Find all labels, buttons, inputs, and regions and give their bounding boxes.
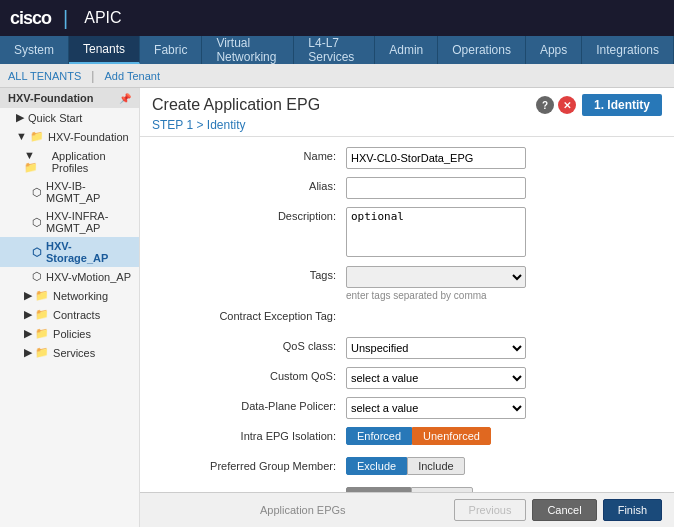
content-header: Create Application EPG ? ✕ 1. Identity [140, 88, 674, 116]
description-label: Description: [156, 207, 346, 222]
separator: | [63, 7, 68, 30]
sidebar-root[interactable]: HXV-Foundation 📌 [0, 88, 139, 108]
sidebar-item-contracts[interactable]: ▶ 📁 Contracts [0, 305, 139, 324]
description-input[interactable]: optional [346, 207, 526, 257]
alias-row: Alias: [156, 177, 658, 201]
tab-system[interactable]: System [0, 36, 69, 64]
description-row: Description: optional [156, 207, 658, 260]
content-area: Create Application EPG ? ✕ 1. Identity S… [140, 88, 674, 527]
content-footer: Application EPGs Previous Cancel Finish [140, 492, 674, 527]
tags-select[interactable] [346, 266, 526, 288]
tab-fabric[interactable]: Fabric [140, 36, 202, 64]
contract-exception-row: Contract Exception Tag: [156, 307, 658, 331]
name-row: Name: [156, 147, 658, 171]
intra-epg-enforced[interactable]: Enforced [346, 427, 412, 445]
subnav-all-tenants[interactable]: ALL TENANTS [8, 70, 81, 82]
intra-epg-row: Intra EPG Isolation: Enforced Unenforced [156, 427, 658, 451]
data-plane-policer-select[interactable]: select a value [346, 397, 526, 419]
qos-row: QoS class: Unspecified Level1 Level2 Lev… [156, 337, 658, 361]
tags-hint: enter tags separated by comma [346, 290, 658, 301]
subnav-add-tenant[interactable]: Add Tenant [104, 70, 159, 82]
previous-button[interactable]: Previous [454, 499, 527, 521]
intra-epg-toggle: Enforced Unenforced [346, 427, 658, 445]
sidebar-item-hxv-infra-mgmt[interactable]: ⬡ HXV-INFRA-MGMT_AP [0, 207, 139, 237]
name-label: Name: [156, 147, 346, 162]
sidebar-item-hxv-vmotion[interactable]: ⬡ HXV-vMotion_AP [0, 267, 139, 286]
tab-operations[interactable]: Operations [438, 36, 526, 64]
tab-tenants[interactable]: Tenants [69, 36, 140, 64]
tab-l4-l7[interactable]: L4-L7 Services [294, 36, 375, 64]
main-layout: HXV-Foundation 📌 ▶ Quick Start ▼ 📁 HXV-F… [0, 88, 674, 527]
sidebar-item-services[interactable]: ▶ 📁 Services [0, 343, 139, 362]
top-bar: cisco | APIC [0, 0, 674, 36]
finish-button[interactable]: Finish [603, 499, 662, 521]
data-plane-policer-label: Data-Plane Policer: [156, 397, 346, 412]
preferred-group-label: Preferred Group Member: [156, 457, 346, 472]
custom-qos-select[interactable]: select a value [346, 367, 526, 389]
sidebar-item-hxv-storage[interactable]: ⬡ HXV-Storage_AP [0, 237, 139, 267]
data-plane-policer-row: Data-Plane Policer: select a value [156, 397, 658, 421]
close-button[interactable]: ✕ [558, 96, 576, 114]
preferred-group-include[interactable]: Include [407, 457, 464, 475]
cisco-logo: cisco [10, 8, 51, 29]
tags-row: Tags: enter tags separated by comma [156, 266, 658, 301]
preferred-group-row: Preferred Group Member: Exclude Include [156, 457, 658, 481]
footer-buttons: Previous Cancel Finish [454, 499, 662, 521]
sidebar-item-quickstart[interactable]: ▶ Quick Start [0, 108, 139, 127]
sidebar-item-networking[interactable]: ▶ 📁 Networking [0, 286, 139, 305]
preferred-group-exclude[interactable]: Exclude [346, 457, 407, 475]
sidebar-item-hxv-foundation[interactable]: ▼ 📁 HXV-Foundation [0, 127, 139, 146]
qos-select[interactable]: Unspecified Level1 Level2 Level3 [346, 337, 526, 359]
name-control [346, 147, 658, 169]
page-title: Create Application EPG [152, 96, 320, 114]
contract-exception-label: Contract Exception Tag: [156, 307, 346, 322]
intra-epg-label: Intra EPG Isolation: [156, 427, 346, 442]
custom-qos-row: Custom QoS: select a value [156, 367, 658, 391]
sub-nav: ALL TENANTS | Add Tenant [0, 64, 674, 88]
help-button[interactable]: ? [536, 96, 554, 114]
qos-label: QoS class: [156, 337, 346, 352]
tab-integrations[interactable]: Integrations [582, 36, 674, 64]
help-icons: ? ✕ [536, 96, 576, 114]
preferred-group-toggle: Exclude Include [346, 457, 658, 475]
apic-title: APIC [84, 9, 121, 27]
sidebar-item-hxv-ib-mgmt[interactable]: ⬡ HXV-IB-MGMT_AP [0, 177, 139, 207]
alias-label: Alias: [156, 177, 346, 192]
identity-badge: 1. Identity [582, 94, 662, 116]
intra-epg-unenforced[interactable]: Unenforced [412, 427, 491, 445]
step-row: STEP 1 > Identity [140, 116, 674, 137]
sidebar: HXV-Foundation 📌 ▶ Quick Start ▼ 📁 HXV-F… [0, 88, 140, 527]
nav-tabs: System Tenants Fabric Virtual Networking… [0, 36, 674, 64]
tab-virtual-networking[interactable]: Virtual Networking [202, 36, 294, 64]
subnav-separator: | [91, 69, 94, 83]
sidebar-item-application-profiles[interactable]: ▼ 📁 Application Profiles [0, 146, 139, 177]
step-indicator: STEP 1 > Identity [152, 114, 246, 136]
custom-qos-label: Custom QoS: [156, 367, 346, 382]
alias-input[interactable] [346, 177, 526, 199]
tab-admin[interactable]: Admin [375, 36, 438, 64]
tab-apps[interactable]: Apps [526, 36, 582, 64]
tags-label: Tags: [156, 266, 346, 281]
cancel-button[interactable]: Cancel [532, 499, 596, 521]
sidebar-pin-icon: 📌 [119, 93, 131, 104]
application-epgs-label: Application EPGs [152, 504, 454, 516]
name-input[interactable] [346, 147, 526, 169]
sidebar-item-policies[interactable]: ▶ 📁 Policies [0, 324, 139, 343]
form-area: Name: Alias: Description: optional [140, 137, 674, 492]
